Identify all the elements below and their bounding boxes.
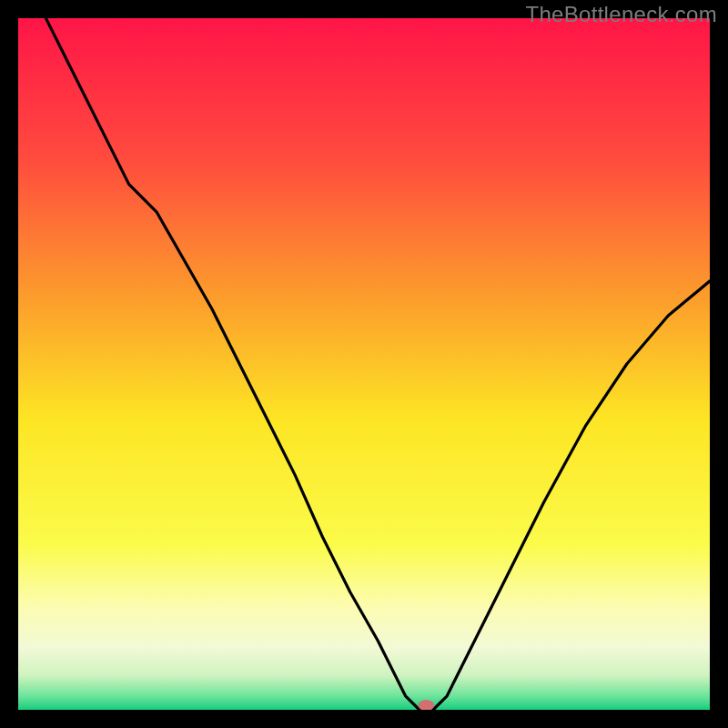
- background-rect: [18, 18, 710, 710]
- chart-svg: [18, 18, 710, 710]
- chart-plot: [18, 18, 710, 710]
- chart-frame: TheBottleneck.com: [0, 0, 728, 728]
- watermark-text: TheBottleneck.com: [525, 2, 717, 27]
